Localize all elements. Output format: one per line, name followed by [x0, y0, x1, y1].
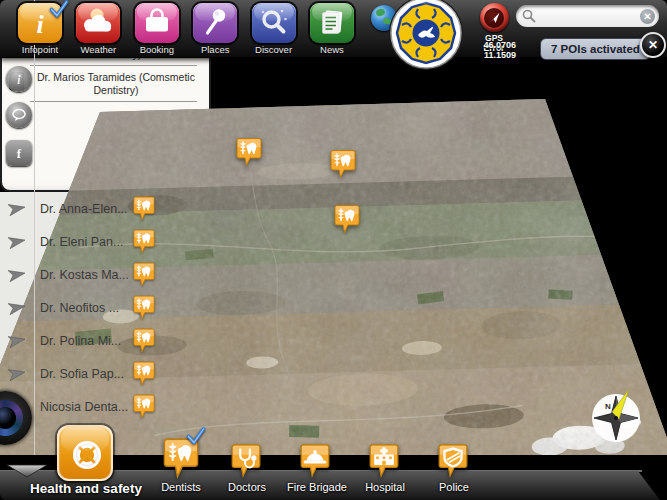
- app-news[interactable]: News: [309, 3, 355, 55]
- dentist-marker-icon: [163, 436, 199, 480]
- app-weather[interactable]: Weather: [75, 3, 121, 55]
- infopoint-icon: i: [18, 3, 62, 43]
- app-discover[interactable]: Discover: [251, 3, 297, 55]
- dentist-marker-icon[interactable]: [236, 136, 262, 168]
- app-label: Weather: [75, 44, 121, 55]
- collapse-bar-arrow[interactable]: [6, 464, 48, 482]
- app-places[interactable]: Places: [192, 3, 238, 55]
- navigate-arrow-icon[interactable]: [0, 234, 34, 249]
- poi-name: Nicosia Denta...: [34, 400, 133, 414]
- fire-marker-icon: [300, 442, 330, 479]
- poi-list-item[interactable]: Dr. Sofia Pap...: [0, 357, 162, 390]
- dentist-marker-icon[interactable]: [133, 360, 155, 387]
- dentist-marker-icon[interactable]: [133, 195, 155, 222]
- category-label: Police: [439, 481, 469, 493]
- poi-name: Dr. Anna-Elen...: [34, 202, 133, 216]
- facebook-icon[interactable]: f: [6, 140, 32, 166]
- dentist-marker-icon[interactable]: [133, 294, 155, 321]
- poi-name: Dr. Sofia Pap...: [34, 367, 133, 381]
- app-booking[interactable]: Booking: [134, 3, 180, 55]
- dentist-marker-icon[interactable]: [133, 261, 155, 288]
- compass[interactable]: N: [589, 386, 645, 446]
- news-icon: [310, 3, 354, 43]
- poi-list-panel: Dr. Anna-Elen...Dr. Eleni Pan...Dr. Kost…: [0, 192, 162, 423]
- comment-icon[interactable]: [6, 102, 32, 128]
- dentist-marker-icon[interactable]: [133, 327, 155, 354]
- app-screen: N Dentists Close Dr. Adonis Panayides (C…: [0, 0, 667, 500]
- poi-name: Dr. Polina Mi...: [34, 334, 133, 348]
- category-label: Doctors: [228, 481, 266, 493]
- app-label: Infopoint: [17, 44, 63, 55]
- dentist-marker-icon[interactable]: [133, 393, 155, 420]
- discover-icon: [252, 3, 296, 43]
- app-label: Places: [192, 44, 238, 55]
- app-infopoint[interactable]: iInfopoint: [17, 3, 63, 55]
- gps-longitude: 11.1509: [472, 50, 516, 60]
- navigate-arrow-icon[interactable]: [0, 300, 34, 315]
- search-icon: [522, 9, 536, 27]
- app-label: Discover: [251, 44, 297, 55]
- info-circle-icon[interactable]: i: [6, 66, 32, 92]
- lifebuoy-icon: [57, 425, 113, 481]
- search-box: ✕: [516, 5, 659, 27]
- gps-error-icon: [480, 3, 509, 32]
- category-label: Hospital: [365, 481, 405, 493]
- poi-name: Dr. Eleni Pan...: [34, 235, 133, 249]
- dentist-marker-icon[interactable]: [133, 228, 155, 255]
- pois-activated-badge: 7 POIs activated: [540, 38, 651, 60]
- poi-list-item[interactable]: Dr. Kostas Ma...: [0, 258, 162, 291]
- clear-search-button[interactable]: ✕: [640, 9, 655, 24]
- doctor-marker-icon: [231, 442, 261, 479]
- dentist-marker-icon[interactable]: [330, 148, 356, 180]
- places-icon: [193, 3, 237, 43]
- poi-list-item[interactable]: Dr. Neofitos ...: [0, 291, 162, 324]
- category-label: Health and safety: [30, 481, 142, 496]
- navigate-arrow-icon[interactable]: [0, 366, 34, 381]
- divider: [30, 101, 197, 102]
- category-dentists[interactable]: [163, 436, 199, 484]
- poi-list-item[interactable]: Dr. Eleni Pan...: [0, 225, 162, 258]
- gps-latitude: 46.0706: [472, 40, 516, 50]
- poi-list-item[interactable]: Dr. Anna-Elen...: [0, 192, 162, 225]
- dentist-entry-name: Dr. Marios Taramides (Comsmetic Dentistr…: [31, 71, 201, 96]
- search-input[interactable]: [516, 5, 659, 27]
- navigate-arrow-icon[interactable]: [0, 267, 34, 282]
- nicosia-logo[interactable]: [388, 0, 464, 71]
- app-label: News: [309, 44, 355, 55]
- category-label: Dentists: [161, 481, 201, 493]
- poi-name: Dr. Kostas Ma...: [34, 268, 133, 282]
- svg-text:f: f: [17, 146, 22, 160]
- navigate-arrow-icon[interactable]: [0, 333, 34, 348]
- compass-north-label: N: [605, 402, 611, 411]
- category-fire-brigade[interactable]: [300, 442, 330, 483]
- poi-name: Dr. Neofitos ...: [34, 301, 133, 315]
- booking-icon: [135, 3, 179, 43]
- category-doctors[interactable]: [231, 442, 261, 483]
- gps-coordinates: 46.0706 11.1509: [472, 40, 516, 60]
- poi-list-item[interactable]: Dr. Polina Mi...: [0, 324, 162, 357]
- navigate-arrow-icon[interactable]: [0, 201, 34, 216]
- category-police[interactable]: [438, 442, 468, 483]
- dentist-marker-icon[interactable]: [334, 203, 360, 235]
- category-hospital[interactable]: [369, 442, 399, 483]
- category-label: Fire Brigade: [287, 481, 347, 493]
- police-marker-icon: [438, 442, 468, 479]
- hospital-marker-icon: [369, 442, 399, 479]
- weather-icon: [76, 3, 120, 43]
- category-health-and-safety[interactable]: [57, 425, 113, 481]
- svg-text:i: i: [17, 73, 21, 87]
- app-label: Booking: [134, 44, 180, 55]
- panel-close-button[interactable]: ✕: [640, 32, 666, 58]
